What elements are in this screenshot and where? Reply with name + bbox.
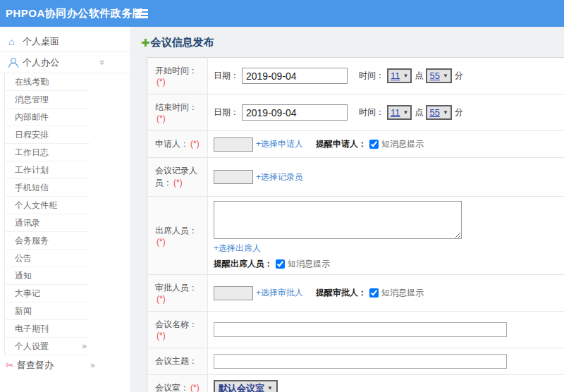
start-date-input[interactable] bbox=[242, 68, 348, 84]
sidebar-item-personal-settings[interactable]: 个人设置 » bbox=[5, 338, 90, 355]
sidebar-item-label: 个人办公 bbox=[23, 56, 59, 69]
sms-remind-checkbox[interactable] bbox=[369, 140, 379, 149]
sidebar-item-file-cabinet[interactable]: 个人文件柜 bbox=[5, 197, 90, 214]
sidebar-item-office[interactable]: 个人办公 » bbox=[0, 52, 130, 73]
choose-applicant-link[interactable]: +选择申请人 bbox=[256, 138, 303, 150]
sidebar-item-work-plan[interactable]: 工作计划 bbox=[5, 161, 90, 179]
dropdown-arrow-icon: ▼ bbox=[403, 109, 409, 116]
app-title: PHPOA协同办公软件政务版 bbox=[6, 7, 143, 20]
form-row-attendees: 出席人员：(*) +选择出席人 提醒出席人员： 短消息提示 bbox=[147, 197, 564, 275]
page-title: ✚ 会议信息发布 bbox=[141, 36, 564, 49]
required-mark: (*) bbox=[157, 77, 166, 87]
dropdown-arrow-icon: ▼ bbox=[443, 109, 448, 116]
field-label-meeting-topic: 会议主题： bbox=[147, 348, 208, 375]
required-mark: (*) bbox=[157, 114, 166, 123]
main-content: ✚ 会议信息发布 开始时间：(*) 日期： 时间： 11 ▼ 点 bbox=[131, 27, 564, 392]
required-mark: (*) bbox=[157, 237, 166, 247]
meeting-topic-input[interactable] bbox=[214, 354, 507, 369]
required-mark: (*) bbox=[157, 331, 166, 341]
required-mark: (*) bbox=[157, 294, 166, 304]
form-row-meeting-name: 会议名称：(*) bbox=[147, 312, 564, 348]
sidebar-item-memorabilia[interactable]: 大事记 bbox=[5, 285, 90, 302]
sidebar-item-news[interactable]: 新闻 bbox=[5, 302, 90, 320]
remind-attendees-label: 提醒出席人员： bbox=[214, 258, 273, 270]
top-bar: PHPOA协同办公软件政务版 bbox=[0, 0, 564, 27]
sidebar-item-schedule[interactable]: 日程安排 bbox=[5, 126, 90, 144]
choose-attendees-link[interactable]: +选择出席人 bbox=[214, 243, 564, 255]
sidebar-item-meeting-service[interactable]: 会务服务 bbox=[5, 232, 90, 250]
sidebar-item-work-log[interactable]: 工作日志 bbox=[5, 144, 90, 161]
dropdown-arrow-icon: ▼ bbox=[443, 73, 448, 79]
sidebar-item-desktop[interactable]: ⌂ 个人桌面 bbox=[0, 31, 130, 52]
sms-remind-checkbox[interactable] bbox=[369, 288, 379, 298]
form-row-applicant: 申请人：(*) +选择申请人 提醒申请人： 短消息提示 bbox=[147, 131, 564, 158]
hamburger-menu-icon[interactable] bbox=[135, 9, 148, 18]
field-label-meeting-name: 会议名称：(*) bbox=[147, 312, 208, 348]
meeting-name-input[interactable] bbox=[214, 322, 507, 337]
sms-label: 短消息提示 bbox=[381, 287, 424, 299]
time-label: 时间： bbox=[359, 70, 384, 82]
remind-approver-label: 提醒审批人： bbox=[316, 287, 367, 299]
sidebar-item-e-journal[interactable]: 电子期刊 bbox=[5, 320, 90, 338]
form-row-meeting-room: 会议室：(*) 默认会议室 ▼ bbox=[147, 375, 564, 392]
end-hour-select[interactable]: 11 ▼ bbox=[387, 105, 412, 120]
sidebar-item-messages[interactable]: 消息管理 bbox=[5, 91, 90, 109]
field-label-applicant: 申请人：(*) bbox=[147, 131, 208, 158]
hour-unit: 点 bbox=[415, 70, 423, 82]
remind-applicant-label: 提醒申请人： bbox=[316, 138, 367, 150]
field-label-attendees: 出席人员：(*) bbox=[147, 197, 208, 275]
sidebar-item-sms[interactable]: 手机短信 bbox=[5, 179, 90, 197]
form-row-recorder: 会议记录人员：(*) +选择记录员 bbox=[147, 158, 564, 197]
sidebar-submenu: 在线考勤 消息管理 内部邮件 日程安排 工作日志 工作计划 手机短信 个人文件柜… bbox=[4, 73, 130, 355]
meeting-room-select[interactable]: 默认会议室 ▼ bbox=[214, 380, 278, 392]
user-icon bbox=[8, 58, 23, 68]
hour-unit: 点 bbox=[415, 106, 423, 118]
choose-approver-link[interactable]: +选择审批人 bbox=[256, 287, 303, 299]
sms-label: 短消息提示 bbox=[288, 258, 330, 270]
meeting-form: 开始时间：(*) 日期： 时间： 11 ▼ 点 55 ▼ 分 bbox=[147, 57, 564, 392]
sidebar-item-label: 个人桌面 bbox=[23, 35, 59, 48]
end-date-input[interactable] bbox=[242, 104, 348, 121]
dropdown-arrow-icon: ▼ bbox=[267, 385, 273, 391]
dropdown-arrow-icon: ▼ bbox=[403, 73, 409, 79]
attendees-textarea[interactable] bbox=[214, 201, 462, 239]
sidebar-item-notice[interactable]: 通知 bbox=[5, 267, 90, 285]
sidebar-item-attendance[interactable]: 在线考勤 bbox=[5, 73, 90, 91]
required-mark: (*) bbox=[190, 139, 200, 149]
date-label: 日期： bbox=[214, 106, 239, 118]
date-label: 日期： bbox=[214, 70, 239, 82]
chevron-double-down-icon: » bbox=[97, 60, 108, 65]
start-minute-select[interactable]: 55 ▼ bbox=[426, 68, 451, 83]
chevron-right-icon: » bbox=[82, 338, 90, 355]
end-minute-select[interactable]: 55 ▼ bbox=[426, 105, 451, 120]
form-row-end-time: 结束时间：(*) 日期： 时间： 11 ▼ 点 55 ▼ 分 bbox=[147, 94, 564, 131]
sidebar-item-contacts[interactable]: 通讯录 bbox=[5, 214, 90, 232]
start-hour-select[interactable]: 11 ▼ bbox=[387, 68, 412, 83]
scissors-icon: ✂ bbox=[6, 360, 17, 371]
field-label-start-time: 开始时间：(*) bbox=[147, 58, 208, 94]
field-label-recorder: 会议记录人员：(*) bbox=[147, 158, 208, 197]
sms-remind-checkbox[interactable] bbox=[276, 259, 285, 269]
choose-recorder-link[interactable]: +选择记录员 bbox=[256, 171, 303, 183]
chevron-right-icon: » bbox=[90, 360, 95, 370]
field-label-end-time: 结束时间：(*) bbox=[147, 94, 208, 131]
field-label-approver: 审批人员：(*) bbox=[147, 275, 208, 312]
time-label: 时间： bbox=[359, 106, 384, 118]
minute-unit: 分 bbox=[455, 106, 463, 118]
required-mark: (*) bbox=[173, 178, 183, 188]
applicant-input[interactable] bbox=[214, 137, 253, 152]
sidebar: ⌂ 个人桌面 个人办公 » 在线考勤 消息管理 内部邮件 日程安排 工作日志 工… bbox=[0, 27, 130, 392]
recorder-input[interactable] bbox=[214, 170, 253, 184]
home-icon: ⌂ bbox=[8, 36, 23, 47]
sidebar-item-internal-mail[interactable]: 内部邮件 bbox=[5, 109, 90, 126]
form-row-start-time: 开始时间：(*) 日期： 时间： 11 ▼ 点 55 ▼ 分 bbox=[147, 58, 564, 94]
sms-label: 短消息提示 bbox=[381, 138, 424, 150]
minute-unit: 分 bbox=[455, 70, 463, 82]
plus-icon: ✚ bbox=[141, 37, 150, 49]
form-row-meeting-topic: 会议主题： bbox=[147, 348, 564, 375]
field-label-meeting-room: 会议室：(*) bbox=[147, 375, 208, 392]
sidebar-item-announcement[interactable]: 公告 bbox=[5, 250, 90, 267]
form-row-approver: 审批人员：(*) +选择审批人 提醒审批人： 短消息提示 bbox=[147, 275, 564, 312]
sidebar-item-supervision[interactable]: ✂ 督查督办 » bbox=[0, 355, 130, 375]
approver-input[interactable] bbox=[214, 286, 253, 300]
